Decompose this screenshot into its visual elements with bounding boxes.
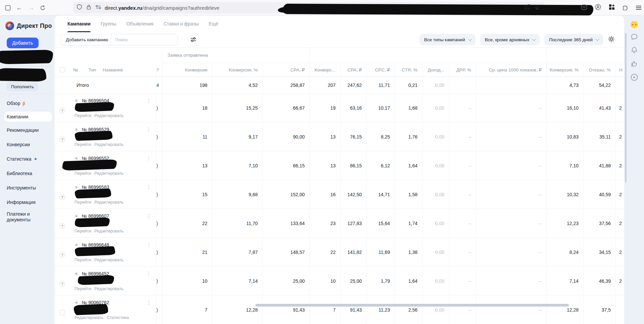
filter-sliders-button[interactable] [187, 34, 199, 45]
archive-filter[interactable]: Все, кроме архивных [480, 34, 540, 45]
kebab-menu-icon[interactable]: ⋮ [146, 184, 151, 190]
campaign-wizard-icon: ✳ [75, 214, 80, 219]
lock-icon[interactable] [86, 4, 91, 11]
row-action-link[interactable]: Редактировать [95, 113, 123, 118]
col-header-metric[interactable]: Н [615, 63, 624, 76]
date-range-filter[interactable]: Последние 365 дней [544, 34, 603, 45]
shield-icon[interactable] [77, 4, 82, 11]
col-header-metric[interactable]: Ср. цена 1000 показов, ₽ [476, 63, 546, 76]
col-header-num[interactable]: № [70, 63, 85, 76]
sidebar-item-conversions[interactable]: Конверсии [0, 139, 55, 151]
tab-ads[interactable]: Объявления [126, 15, 153, 32]
col-header-metric[interactable]: Конверсия, % [212, 63, 262, 76]
row-action-link[interactable]: Перейти [75, 200, 91, 205]
row-action-link[interactable]: Редактировать [95, 229, 123, 233]
metric-value: 91,43 [340, 295, 366, 324]
sidebar-item-tools[interactable]: Инструменты [0, 182, 55, 194]
col-header-metric[interactable]: CPC, ₽ [366, 63, 395, 76]
forward-button[interactable]: → [26, 3, 36, 13]
col-header-name[interactable]: Название [100, 63, 156, 76]
topup-button[interactable]: Пополнить [7, 82, 38, 91]
kebab-menu-icon[interactable]: ⋮ [146, 300, 151, 306]
row-action-link[interactable]: Редактировать [95, 142, 123, 147]
menu-icon[interactable] [636, 6, 641, 10]
grid-shortcut-icon[interactable] [524, 4, 530, 11]
select-all-checkbox[interactable] [60, 67, 65, 72]
puzzle-extensions-icon[interactable] [622, 4, 629, 12]
reload-button[interactable] [38, 3, 48, 13]
campaign-type-filter[interactable]: Все типы кампаний [419, 34, 476, 45]
help-icon[interactable]: ? [59, 252, 65, 258]
sidebar-item-information[interactable]: Информация [0, 196, 55, 208]
kebab-menu-icon[interactable]: ⋮ [146, 271, 151, 277]
search-input[interactable] [111, 34, 178, 45]
divider [4, 94, 50, 94]
horizontal-scrollbar[interactable] [255, 304, 569, 307]
back-button[interactable]: ← [14, 3, 24, 13]
row-action-link[interactable]: Редактировать [95, 258, 123, 262]
chat-icon[interactable] [630, 33, 638, 42]
sidebar-item-campaigns[interactable]: Кампании [4, 112, 52, 122]
row-action-link[interactable]: Перейти [75, 113, 91, 118]
help-icon[interactable]: ? [59, 137, 65, 142]
row-action-link[interactable]: Перейти [75, 142, 91, 147]
help-icon[interactable]: ? [59, 194, 65, 200]
sidebar-item-statistics[interactable]: Статистика [0, 153, 55, 165]
kebab-menu-icon[interactable]: ⋮ [146, 126, 151, 132]
url-bar[interactable]: direct.yandex.ru/dna/grid/campaigns?auth… [73, 2, 544, 13]
metric-value: 2 [615, 238, 624, 266]
col-header-metric[interactable]: Отказы, % [583, 63, 615, 76]
row-checkbox[interactable] [60, 310, 65, 315]
col-header-metric[interactable]: Доход... [422, 63, 449, 76]
row-action-link[interactable]: Редактировать [95, 200, 123, 205]
table-settings-gear-icon[interactable] [608, 36, 615, 44]
row-action-link[interactable]: Статистика [107, 315, 129, 320]
col-header-metric[interactable]: Конверсия, % [546, 63, 583, 76]
vertical-scrollbar[interactable] [625, 33, 627, 182]
col-header-metric[interactable]: Конверс... [309, 63, 340, 76]
col-header-metric[interactable]: Конверсии [162, 63, 212, 76]
kebab-menu-icon[interactable]: ⋮ [146, 213, 151, 219]
kebab-menu-icon[interactable]: ⋮ [146, 98, 151, 104]
feedback-thumbs-up-icon[interactable] [630, 60, 638, 69]
tab-groups[interactable]: Группы [101, 15, 116, 32]
row-action-link[interactable]: Перейти [75, 286, 91, 291]
metric-value: 16 [309, 180, 340, 209]
account-icon[interactable] [595, 4, 601, 12]
sidebar-item-library[interactable]: Библиотека [0, 167, 55, 179]
help-icon[interactable]: ? [59, 108, 65, 113]
bookmark-star-icon[interactable]: ☆ [535, 4, 540, 11]
kebab-menu-icon[interactable]: ⋮ [146, 242, 151, 248]
tab-more[interactable]: Ещё [209, 15, 218, 32]
sidebar-item-recommendations[interactable]: Рекомендации [0, 124, 55, 136]
row-action-link[interactable]: Редактировать [95, 286, 123, 291]
notifications-bell-icon[interactable] [630, 46, 638, 55]
assistant-cat-icon[interactable] [630, 20, 638, 29]
help-icon[interactable]: ? [59, 281, 65, 286]
sidebar-item-payments[interactable]: Платежи и документы [0, 211, 37, 226]
permissions-icon[interactable] [95, 5, 101, 11]
col-header-metric[interactable]: CTR, % [395, 63, 422, 76]
row-action-link[interactable]: Перейти [75, 229, 91, 233]
row-action-link[interactable]: Перейти [75, 171, 91, 176]
tab-bids-phrases[interactable]: Ставки и фразы [163, 15, 199, 32]
tab-campaigns[interactable]: Кампании [67, 15, 91, 32]
pocket-icon[interactable] [581, 4, 587, 12]
kebab-menu-icon[interactable]: ⋮ [146, 155, 151, 161]
extension-grid-icon[interactable] [609, 4, 615, 11]
col-header-metric[interactable]: CPA, ₽ [340, 63, 366, 76]
col-header-metric[interactable]: CPA, ₽ [262, 63, 309, 76]
campaign-name-cell: ✳ № 86996529 ⋮ ПерейтиРедактировать [70, 122, 156, 151]
video-tutorial-play-icon[interactable] [630, 73, 638, 83]
sidebar-item-overview[interactable]: Обзорβ [0, 97, 55, 109]
row-action-link[interactable]: Редактировать [95, 171, 123, 176]
brand[interactable]: Директ Про [0, 20, 55, 32]
help-icon[interactable]: ? [59, 223, 65, 229]
add-campaign-button[interactable]: Добавить кампанию [60, 34, 113, 45]
row-action-link[interactable]: Перейти [75, 258, 91, 262]
tab-overview-icon[interactable] [3, 3, 13, 13]
col-header-metric[interactable]: ДРР, % [449, 63, 476, 76]
row-action-link[interactable]: Редактировать [75, 315, 103, 320]
col-header-type[interactable]: Тип [85, 63, 100, 76]
add-button[interactable]: Добавить [7, 38, 39, 48]
